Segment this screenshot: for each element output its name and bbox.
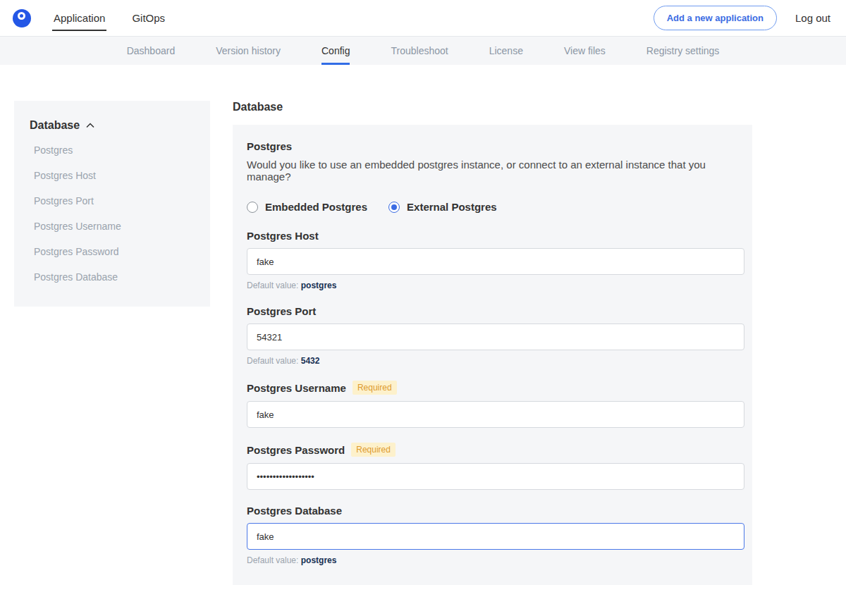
sidebar-item-postgres[interactable]: Postgres — [14, 137, 210, 163]
postgres-database-input[interactable] — [247, 523, 744, 550]
tab-gitops-label: GitOps — [132, 12, 165, 24]
field-postgres-port: Postgres Port Default value: 5432 — [247, 305, 744, 366]
radio-external-postgres[interactable]: External Postgres — [388, 201, 497, 213]
postgres-username-input[interactable] — [247, 401, 744, 428]
tab-application[interactable]: Application — [52, 0, 106, 36]
config-group-box: Postgres Would you like to use an embedd… — [233, 125, 752, 585]
field-label: Postgres Host — [247, 230, 319, 242]
subnav-tab-dashboard-label: Dashboard — [127, 45, 176, 56]
group-help-text: Would you like to use an embedded postgr… — [247, 159, 744, 183]
logout-link[interactable]: Log out — [795, 12, 830, 24]
subnav-tab-license[interactable]: License — [489, 37, 523, 65]
app-logo-inner-ring — [18, 12, 25, 20]
content-area: Database Postgres Postgres Host Postgres… — [0, 101, 846, 616]
subnav-tab-config[interactable]: Config — [321, 37, 350, 65]
app-header: Application GitOps Add a new application… — [0, 0, 846, 37]
default-value: postgres — [301, 555, 337, 565]
subnav-tab-troubleshoot-label: Troubleshoot — [391, 45, 448, 56]
required-badge: Required — [351, 443, 396, 457]
field-postgres-database: Postgres Database Default value: postgre… — [247, 505, 744, 565]
default-value-hint: Default value: 5432 — [247, 356, 744, 366]
sidebar-item-postgres-username[interactable]: Postgres Username — [14, 214, 210, 239]
postgres-port-input[interactable] — [247, 324, 744, 350]
subnav-tab-view-files-label: View files — [564, 45, 606, 56]
sidebar-item-postgres-host[interactable]: Postgres Host — [14, 163, 210, 188]
sidebar-item-postgres-port[interactable]: Postgres Port — [14, 188, 210, 214]
radio-selected-icon — [388, 202, 400, 213]
chevron-up-icon — [86, 123, 94, 128]
postgres-host-input[interactable] — [247, 248, 744, 275]
default-value-prefix: Default value: — [247, 356, 298, 366]
default-value-hint: Default value: postgres — [247, 555, 744, 565]
sidebar-group-database-label: Database — [30, 119, 80, 132]
field-postgres-username: Postgres Username Required — [247, 381, 744, 428]
field-label-row: Postgres Username Required — [247, 381, 744, 395]
postgres-password-input[interactable] — [247, 463, 744, 490]
app-logo-icon — [13, 9, 31, 27]
tab-application-label: Application — [54, 12, 105, 24]
field-label: Postgres Username — [247, 382, 346, 394]
subnav-tab-version-history-label: Version history — [216, 45, 281, 56]
subnav-tab-dashboard[interactable]: Dashboard — [127, 37, 176, 65]
add-new-application-button[interactable]: Add a new application — [654, 6, 777, 30]
radio-unselected-icon — [247, 202, 258, 213]
field-label-row: Postgres Host — [247, 230, 744, 242]
field-label: Postgres Database — [247, 505, 342, 517]
app-subnav: Dashboard Version history Config Trouble… — [0, 37, 846, 65]
header-tabs: Application GitOps — [52, 0, 166, 36]
config-main: Database Postgres Would you like to use … — [233, 101, 752, 616]
default-value-hint: Default value: postgres — [247, 281, 744, 290]
group-title: Postgres — [247, 140, 744, 152]
postgres-mode-radio-group: Embedded Postgres External Postgres — [247, 201, 744, 213]
radio-embedded-postgres-label: Embedded Postgres — [265, 201, 367, 213]
default-value-prefix: Default value: — [247, 555, 298, 565]
default-value-prefix: Default value: — [247, 281, 298, 290]
subnav-tab-config-label: Config — [321, 45, 350, 56]
subnav-tab-version-history[interactable]: Version history — [216, 37, 281, 65]
radio-external-postgres-label: External Postgres — [407, 201, 497, 213]
field-label-row: Postgres Database — [247, 505, 744, 517]
default-value: postgres — [301, 281, 337, 290]
field-postgres-password: Postgres Password Required — [247, 443, 744, 490]
sidebar-item-postgres-database[interactable]: Postgres Database — [14, 264, 210, 290]
field-label-row: Postgres Password Required — [247, 443, 744, 457]
subnav-tab-registry-settings-label: Registry settings — [646, 45, 719, 56]
subnav-tab-license-label: License — [489, 45, 523, 56]
tab-gitops[interactable]: GitOps — [130, 0, 166, 36]
config-sidebar: Database Postgres Postgres Host Postgres… — [14, 101, 210, 307]
field-label: Postgres Port — [247, 305, 316, 317]
subnav-tab-registry-settings[interactable]: Registry settings — [646, 37, 719, 65]
sidebar-item-postgres-password[interactable]: Postgres Password — [14, 239, 210, 264]
subnav-tab-troubleshoot[interactable]: Troubleshoot — [391, 37, 448, 65]
section-title: Database — [233, 101, 752, 113]
sidebar-group-database[interactable]: Database — [14, 119, 210, 137]
subnav-tab-view-files[interactable]: View files — [564, 37, 606, 65]
radio-embedded-postgres[interactable]: Embedded Postgres — [247, 201, 367, 213]
default-value: 5432 — [301, 356, 320, 366]
field-postgres-host: Postgres Host Default value: postgres — [247, 230, 744, 290]
required-badge: Required — [352, 381, 397, 395]
field-label-row: Postgres Port — [247, 305, 744, 317]
field-label: Postgres Password — [247, 444, 345, 456]
